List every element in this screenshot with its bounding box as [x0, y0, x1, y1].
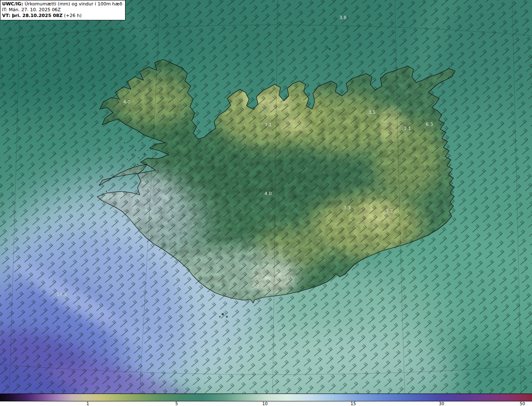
colorbar-tick-label: 10	[262, 401, 268, 406]
wind-barb-field	[0, 0, 532, 394]
colorbar-tick-label: 5	[175, 401, 178, 406]
weather-map-page: 3.84.03.53.16.33.14.03.33.25.214.3 UWC/I…	[0, 0, 532, 406]
precip-colorbar: 1510153050	[0, 394, 532, 406]
colorbar-tick-label: 30	[439, 401, 444, 406]
map-title-box: UWC/IG: Úrkomumætti (mm) og vindur í 100…	[0, 0, 126, 20]
colorbar-tick-label: 15	[351, 401, 356, 406]
map-title: Úrkomumætti (mm) og vindur í 100m hæð	[23, 1, 123, 7]
valid-time-line: VT: þri. 28.10.2025 08Z (+26 h)	[2, 13, 122, 19]
map-graphics	[0, 0, 532, 394]
forecast-map: 3.84.03.53.16.33.14.03.33.25.214.3 UWC/I…	[0, 0, 532, 394]
init-time: IT: Mán. 27. 10. 2025 06Z	[2, 7, 122, 13]
valid-offset: (+26 h)	[62, 13, 81, 18]
valid-time: VT: þri. 28.10.2025 08Z	[2, 13, 62, 18]
colorbar-tick-labels: 1510153050	[0, 401, 532, 406]
colorbar-gradient	[0, 394, 532, 401]
colorbar-tick-label: 1	[86, 401, 89, 406]
colorbar-tick-label: 50	[520, 401, 525, 406]
model-name: UWC/IG:	[2, 1, 23, 7]
title-line: UWC/IG: Úrkomumætti (mm) og vindur í 100…	[2, 1, 122, 7]
